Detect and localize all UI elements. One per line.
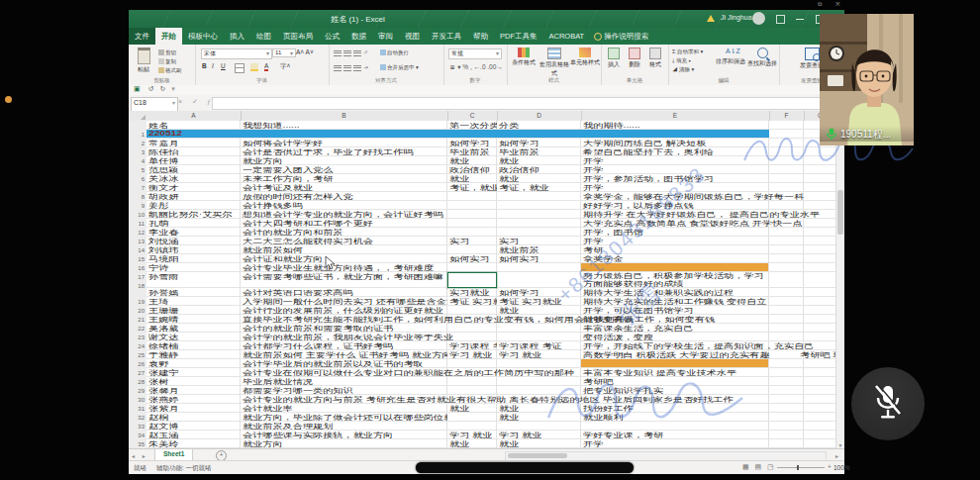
format-as-table-button[interactable]: 套用表格格式 bbox=[539, 48, 569, 78]
cell-D16[interactable]: 如何实习 bbox=[497, 254, 581, 263]
cell-B11[interactable]: 想知道会计学专业的就业方向，会计证好考吗 bbox=[241, 210, 447, 219]
cell-B20[interactable]: 入学期间一般什么时间去实习 还有哪些是含金量高的证书 bbox=[241, 297, 447, 306]
name-box[interactable]: C18▾ bbox=[131, 97, 178, 112]
cell-E33[interactable]: 就业顺利 bbox=[581, 413, 769, 422]
borders-icon[interactable] bbox=[235, 63, 245, 73]
ribbon-tab-审阅[interactable]: 审阅 bbox=[372, 28, 399, 45]
cell-C14[interactable]: 实习 bbox=[447, 237, 497, 245]
cut-button[interactable]: 剪切 bbox=[158, 49, 176, 56]
cell-B7[interactable]: 未来工作方向，考研 bbox=[241, 174, 447, 183]
row-header-19[interactable]: 19 bbox=[138, 299, 145, 305]
cell-A28[interactable]: 张建宁 bbox=[147, 368, 241, 377]
cell-A3[interactable]: 常嘉月 bbox=[147, 139, 241, 147]
cell-A33[interactable]: 赵桐 bbox=[147, 413, 241, 422]
cell-B15[interactable]: 就业前景如何 bbox=[241, 245, 447, 254]
zoom-in-icon[interactable]: + bbox=[828, 463, 832, 470]
column-header-E[interactable]: E bbox=[581, 111, 770, 121]
cell-A24[interactable]: 谢文达 bbox=[147, 333, 241, 341]
cell-A13[interactable]: 李业春 bbox=[147, 228, 241, 237]
cell-A2[interactable]: 220512 bbox=[147, 130, 241, 139]
ribbon-tab-模板中心[interactable]: 模板中心 bbox=[182, 28, 224, 45]
cell-B29[interactable]: 毕业后就业情况 bbox=[241, 377, 447, 386]
cell-A12[interactable]: 孔萌 bbox=[147, 219, 241, 228]
floating-control-bar[interactable] bbox=[416, 462, 634, 473]
row-header-10[interactable]: 10 bbox=[138, 212, 145, 218]
cell-A29[interactable]: 张树 bbox=[147, 377, 241, 386]
cell-D35[interactable]: 学习 就业 bbox=[497, 431, 581, 439]
ribbon-display-icon[interactable] bbox=[776, 15, 785, 24]
cell-B23[interactable]: 会计的就业前景和需要考取的证书 bbox=[241, 324, 447, 333]
cell-C35[interactable]: 学习 就业 bbox=[447, 431, 497, 439]
cell-C4[interactable]: 毕业前景 bbox=[447, 147, 497, 156]
cell-E30[interactable]: 把专业知识学扎实 bbox=[581, 386, 769, 395]
row-header-6[interactable]: 6 bbox=[142, 176, 145, 182]
row-header-4[interactable]: 4 bbox=[142, 158, 145, 164]
ribbon-tab-视图[interactable]: 视图 bbox=[399, 28, 426, 45]
cell-E3[interactable]: 大学期间历练自己 解决短板 bbox=[581, 139, 769, 147]
selected-cell-C18[interactable] bbox=[447, 272, 497, 288]
cell-E7[interactable]: 开学，参加活动，图书馆学习 bbox=[581, 174, 769, 183]
cell-C32[interactable]: 就业 bbox=[447, 404, 497, 413]
find-select-button[interactable]: 查找和选择 bbox=[747, 48, 777, 68]
zoom-slider[interactable] bbox=[777, 467, 825, 468]
cell-A5[interactable]: 单任博 bbox=[147, 156, 241, 165]
row-header-29[interactable]: 29 bbox=[138, 388, 145, 394]
font-size-select[interactable]: 11▾ bbox=[272, 48, 296, 57]
cell-B16[interactable]: 会计证和就业方向 bbox=[241, 254, 447, 263]
cell-E5[interactable]: 开学 bbox=[581, 156, 769, 165]
ribbon-tab-开始[interactable]: 开始 bbox=[155, 28, 182, 45]
cell-B22[interactable]: 直接毕业不考研究生能不能找到工作，如何利用自己的专业变有钱，如何用会计找到高薪工… bbox=[241, 315, 447, 324]
tell-me-search[interactable]: 操作说明搜索 bbox=[590, 28, 652, 45]
wrap-text-button[interactable]: 自动换行 bbox=[380, 49, 409, 56]
row-header-22[interactable]: 22 bbox=[138, 326, 145, 332]
copy-button[interactable]: 复制 bbox=[158, 58, 176, 65]
cell-A34[interactable]: 赵文博 bbox=[147, 422, 241, 431]
paste-button[interactable]: 粘贴 bbox=[133, 48, 154, 74]
cell-B36[interactable]: 就业方向 bbox=[241, 439, 447, 448]
cell-D25[interactable]: 学习课程 考证 bbox=[497, 341, 581, 350]
formula-input[interactable] bbox=[212, 97, 841, 110]
bold-button[interactable]: B bbox=[202, 62, 207, 69]
cell-B10[interactable]: 会计挣钱多吗 bbox=[241, 201, 447, 210]
cell-C6[interactable]: 政治信仰 bbox=[447, 165, 497, 174]
cell-D15[interactable]: 就业前景 bbox=[497, 245, 581, 254]
ribbon-tab-数据[interactable]: 数据 bbox=[345, 28, 372, 45]
row-header-24[interactable]: 24 bbox=[138, 343, 145, 349]
phonetic-icon[interactable]: 字˄ bbox=[280, 62, 290, 71]
cell-G26[interactable]: 考研吧 球 bbox=[798, 350, 836, 359]
row-header-32[interactable]: 32 bbox=[138, 415, 145, 421]
ribbon-tab-ACROBAT[interactable]: ACROBAT bbox=[543, 28, 591, 45]
grow-font-icon[interactable]: A˄ A˅ bbox=[296, 48, 314, 55]
mute-microphone-button[interactable] bbox=[851, 367, 925, 440]
cell-A9[interactable]: 胡政妍 bbox=[147, 192, 241, 201]
cell-A32[interactable]: 张紫月 bbox=[147, 404, 241, 413]
row-header-26[interactable]: 26 bbox=[138, 361, 145, 367]
italic-button[interactable]: I bbox=[212, 62, 214, 69]
cell-B6[interactable]: 一定需要入团入党么 bbox=[241, 165, 447, 174]
cell-D1[interactable]: 分类 bbox=[497, 121, 581, 130]
font-name-select[interactable]: 宋体▾ bbox=[201, 48, 272, 59]
cell-A26[interactable]: 于雅静 bbox=[147, 350, 241, 359]
cell-E16[interactable]: 拿奖学金 bbox=[581, 254, 769, 263]
participant-video[interactable]: 190511程... bbox=[820, 14, 914, 145]
fill-button[interactable]: ⤓ 填充 ▾ bbox=[672, 57, 691, 64]
row-header-7[interactable]: 7 bbox=[142, 185, 145, 191]
cell-A16[interactable]: 马境阳 bbox=[147, 254, 241, 263]
cell-B28[interactable]: 会计专业在假期可以做什么专业对口的兼职能在之后的工作简历中写的那种 bbox=[241, 368, 447, 377]
cell-grid[interactable]: 姓名我想知道......第一次分类分类我的期待......220512常嘉月如何… bbox=[147, 121, 836, 448]
font-color-icon[interactable]: A bbox=[264, 62, 268, 71]
cell-C36[interactable]: 就业 bbox=[447, 439, 497, 448]
column-header-D[interactable]: D bbox=[497, 111, 582, 121]
ribbon-tab-页面布局[interactable]: 页面布局 bbox=[277, 28, 319, 45]
ribbon-tab-公式[interactable]: 公式 bbox=[319, 28, 345, 45]
autosum-button[interactable]: Σ 自动求和 ▾ bbox=[672, 48, 703, 55]
delete-cells-button[interactable]: 删除 bbox=[625, 48, 644, 69]
cell-A8[interactable]: 衡文才 bbox=[147, 183, 241, 192]
cell-C16[interactable]: 如何实习 bbox=[447, 254, 497, 263]
cell-E6[interactable]: 开学 bbox=[581, 165, 769, 174]
cell-A4[interactable]: 陈佳怡 bbox=[147, 147, 241, 156]
redo-icon[interactable]: ↻ bbox=[159, 85, 165, 92]
row-header-28[interactable]: 28 bbox=[138, 379, 145, 385]
cell-E14[interactable]: 开学 bbox=[581, 237, 769, 245]
cell-B33[interactable]: 就业方向，毕业除了做会计还可以在哪些岗位就职 bbox=[241, 413, 447, 422]
